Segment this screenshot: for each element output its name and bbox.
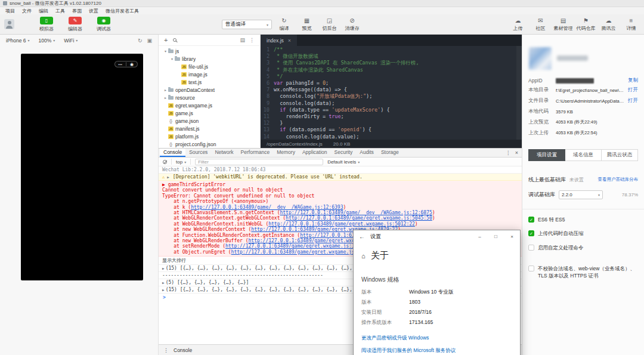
tree-file[interactable]: JSplatform.js — [159, 132, 260, 140]
chevron-icon[interactable]: ▸ — [163, 88, 168, 92]
stack-trace-link[interactable]: http://127.0.0.1:63489/game/egret.wxgame… — [286, 215, 432, 221]
checkbox[interactable]: ✓ — [528, 217, 534, 223]
tree-file[interactable]: {}project.config.json — [159, 140, 260, 148]
checkbox[interactable] — [528, 245, 534, 251]
code-area[interactable]: 1/**2 * 微信开放数据域3 * 使用 Canvas2DAPI 在 Shar… — [261, 46, 522, 140]
devtools-tab-performance[interactable]: Performance — [237, 149, 274, 157]
collapse-all-icon[interactable]: ▤ — [240, 37, 245, 43]
panel-tab[interactable]: 域名信息 — [565, 149, 602, 161]
close-button[interactable]: × — [504, 230, 520, 243]
preview-button[interactable]: ▦预览 — [297, 17, 317, 32]
minimize-button[interactable]: – — [472, 230, 488, 243]
chevron-icon[interactable]: ▾ — [169, 57, 175, 61]
devtools-tab-security[interactable]: Security — [331, 149, 357, 157]
tree-folder[interactable]: ▸resource — [159, 94, 260, 101]
menubar-item[interactable]: 工具 — [52, 8, 69, 14]
stack-trace-link[interactable]: http://127.0.0.1:63489/game/egret.wxgame… — [268, 221, 415, 227]
line-number: 1 — [261, 47, 274, 53]
close-icon[interactable]: × — [288, 38, 291, 44]
context-select[interactable]: top▾ — [176, 159, 186, 165]
assets-button[interactable]: ▤素材管理 — [553, 17, 573, 32]
devtools-tab-memory[interactable]: Memory — [273, 149, 299, 157]
devtools-tab-audits[interactable]: Audits — [356, 149, 377, 157]
clear-cache-button[interactable]: ⊘清缓存 — [342, 17, 362, 32]
rotate-icon[interactable]: ↻ — [138, 38, 143, 44]
repo-button[interactable]: ⚑代码仓库 — [576, 17, 596, 32]
open-directory-link[interactable]: 打开 — [625, 87, 638, 94]
chevron-icon[interactable]: ▸ — [163, 95, 168, 100]
tree-file[interactable]: JSmanifest.js — [159, 125, 260, 132]
tree-file[interactable]: JSegret.wxgame.js — [159, 101, 260, 109]
panel-tab[interactable]: 腾讯云状态 — [602, 149, 638, 161]
stack-trace-link[interactable]: http://127.0.0.1:63489/game/__dev__/WAGa… — [280, 210, 432, 215]
clear-console-icon[interactable] — [163, 160, 167, 164]
toggle-simulator[interactable]: ▯模拟器 — [36, 17, 57, 32]
tencent-cloud-button[interactable]: ☁腾讯云 — [599, 17, 618, 32]
background-button[interactable]: ◲切后台 — [320, 17, 339, 32]
menubar-item[interactable]: 文件 — [18, 8, 35, 14]
checkbox[interactable]: ✓ — [528, 230, 534, 236]
dock-icon[interactable]: ▣ — [147, 38, 152, 44]
devtools-tab-application[interactable]: Application — [299, 149, 331, 157]
upload-button[interactable]: ☁上传 — [508, 17, 528, 32]
menubar-item[interactable]: 界面 — [69, 8, 85, 14]
devtools-tab-console[interactable]: Console — [160, 149, 185, 157]
stack-trace-link[interactable]: http://127.0.0.1:63489/game/__dev__/WAGa… — [191, 205, 343, 210]
tree-folder[interactable]: ▾js — [159, 47, 260, 55]
expand-icon[interactable]: ▶ — [162, 288, 165, 292]
lib-distribution-link[interactable]: 查看用户基础库分布 — [595, 177, 639, 183]
console-filter-input[interactable] — [195, 159, 323, 165]
more-icon[interactable]: ⋮ — [163, 347, 169, 353]
more-icon[interactable]: ⋮ — [249, 37, 255, 43]
phone-screen[interactable]: ••• ◉ — [21, 54, 143, 280]
drawer-tab-console[interactable]: Console — [174, 347, 192, 353]
tree-file[interactable]: JSgame.js — [159, 109, 260, 117]
tree-file[interactable]: JStext.js — [159, 78, 260, 86]
add-file-icon[interactable]: + — [164, 37, 168, 44]
devtools-tab-storage[interactable]: Storage — [377, 149, 402, 157]
tree-file[interactable]: JSfile-util.js — [159, 63, 260, 70]
zoom-select[interactable]: 100%▾ — [39, 38, 55, 44]
devtools-tab-sources[interactable]: Sources — [185, 149, 211, 157]
log-levels-select[interactable]: Default levels▾ — [327, 159, 360, 165]
details-button[interactable]: ≡详情 — [621, 17, 641, 32]
editor-tab-indexjs[interactable]: index.js × — [261, 35, 297, 46]
toggle-editor[interactable]: ✎编辑器 — [64, 17, 86, 32]
miniprogram-menu-capsule[interactable]: ••• ◉ — [114, 61, 138, 67]
toggle-debugger[interactable]: ◉调试器 — [93, 17, 114, 32]
menubar-item[interactable]: 编辑 — [35, 8, 52, 14]
settings-link[interactable]: 阅读适用于我们服务的 Microsoft 服务协议 — [361, 347, 520, 354]
menubar-item[interactable]: 项目 — [2, 8, 18, 14]
profile-avatar-button[interactable] — [4, 19, 14, 29]
compile-button[interactable]: ↻编译 — [274, 17, 294, 32]
close-icon[interactable]: × — [515, 150, 518, 156]
menubar-item[interactable]: 设置 — [85, 8, 102, 14]
community-button[interactable]: ✉社区 — [531, 17, 550, 32]
expand-icon[interactable]: ▶ — [167, 175, 169, 179]
more-icon[interactable]: ••• — [115, 63, 126, 66]
copy-appid-link[interactable]: 复制 — [625, 77, 638, 84]
chevron-icon[interactable]: ▾ — [163, 49, 168, 53]
network-select[interactable]: WiFi▾ — [64, 38, 78, 44]
search-icon[interactable] — [173, 38, 177, 42]
compile-mode-select[interactable]: 普通编译 ▾ — [222, 20, 272, 29]
menubar-item[interactable]: 微信开发者工具 — [102, 8, 143, 14]
debug-lib-select[interactable]: 2.2.0 ▾ — [559, 190, 603, 199]
tree-folder[interactable]: ▸openDataContext — [159, 86, 260, 94]
tree-file[interactable]: JSimage.js — [159, 70, 260, 78]
panel-tab[interactable]: 项目设置 — [528, 149, 565, 161]
open-directory-link[interactable]: 打开 — [625, 97, 638, 104]
back-icon[interactable]: ← — [354, 233, 370, 240]
devtools-tab-network[interactable]: Network — [211, 149, 237, 157]
more-icon[interactable]: ⋮ — [506, 150, 511, 156]
expand-icon[interactable]: ▶ — [162, 280, 165, 285]
device-select[interactable]: iPhone 6▾ — [6, 38, 30, 44]
stack-trace-link[interactable]: http://127.0.0.1:63489/game/egret.wxgame… — [225, 243, 372, 249]
exit-icon[interactable]: ◉ — [126, 62, 137, 67]
settings-link[interactable]: 更改产品密钥或升级 Windows — [361, 335, 520, 342]
tree-folder[interactable]: ▾library — [159, 55, 260, 63]
checkbox[interactable] — [528, 266, 534, 271]
tree-file[interactable]: {}game.json — [159, 117, 260, 125]
maximize-button[interactable]: □ — [488, 230, 504, 243]
expand-icon[interactable]: ▶ — [162, 266, 165, 270]
